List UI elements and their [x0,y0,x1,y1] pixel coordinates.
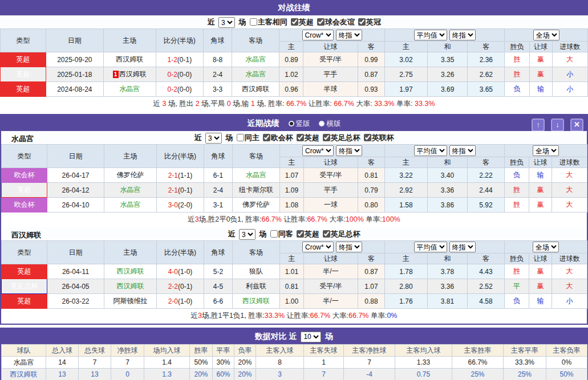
team1-league-checkbox-1[interactable] [323,230,330,238]
team-name: 佛罗伦萨 [242,201,270,209]
corner-count: 2-4 [203,67,232,82]
team0-subheader-0: 主 [280,157,304,168]
away-team: 水晶宫 [233,168,280,183]
h2h-league-checkbox-2[interactable] [358,18,366,26]
h2h-subheader-8: 进球数 [552,42,587,52]
corner-count: 8-8 [203,52,232,67]
compare-value-4: 20% [190,369,213,380]
summary-segment: 单率: [368,312,387,320]
vertical-layout-radio[interactable] [289,121,294,126]
home-team: 水晶宫 [104,183,157,198]
team1-near-label: 近 [228,230,237,238]
h2h-crow-select[interactable]: Crow* [302,30,334,40]
handicap: 平手 [304,183,358,198]
compare-near-select[interactable]: 10 [301,332,321,342]
summary-segment: 场,胜2平0负1, 胜率: [199,215,262,223]
handicap: 平手 [303,67,358,82]
team0-same-checkbox[interactable] [237,134,244,141]
vertical-layout-label[interactable]: 竖版 [296,120,310,128]
move-up-button[interactable]: ↑ [532,119,545,132]
team1-count-select[interactable]: 3 [239,229,256,240]
full-time-score: 4-0 [168,268,178,276]
team0-final1-select[interactable]: 终指 [336,145,362,156]
team0-league-checkbox-0[interactable] [263,134,270,141]
horizontal-layout-radio[interactable] [319,121,325,126]
team1-full-select[interactable]: 全场 [533,242,559,252]
away-odds: 0.81 [358,168,385,183]
compare-table: 球队总入球总失球净胜球场均入球胜率平率负率主客入球主客失球主客净胜球主客均入球主… [1,344,587,380]
team1-same-checkbox[interactable] [270,230,278,238]
team1-league-checkbox-0[interactable] [297,230,304,238]
close-button[interactable]: ✕ [570,119,583,132]
half-time-score: (1-1) [178,171,192,179]
half-time-score: (0-1) [178,186,192,194]
summary-segment: 单率: [395,100,415,108]
team0-final2-select[interactable]: 终指 [449,145,476,156]
compare-value-12: 25% [504,369,546,380]
team0-header-score: 比分(半场) [157,145,204,168]
result-goals: 小 [552,82,587,97]
team1-subheader-5: 客 [468,254,505,264]
team-name: 水晶宫 [245,70,266,78]
team1-team-name: 西汉姆联 [11,230,41,240]
compare-value-9: 7 [344,357,395,369]
team0-league-checkbox-3[interactable] [364,134,371,141]
team0-subheader-6: 胜负 [505,157,529,168]
team0-league-checkbox-2[interactable] [323,134,330,141]
team1-crow-select[interactable]: Crow* [302,242,334,252]
team0-full-select[interactable]: 全场 [533,145,559,156]
team0-league-checkbox-1[interactable] [297,134,304,141]
team0-avg-select[interactable]: 平均值 [414,145,447,156]
h2h-final1-select[interactable]: 终指 [336,30,362,40]
h2h-subheader-5: 客 [468,42,505,52]
full-time-score: 3-0 [168,201,178,209]
team1-final2-select[interactable]: 终指 [449,242,476,252]
result-wdl: 胜 [505,183,529,198]
away-odds: 0.93 [358,82,384,97]
away-odds: 0.80 [358,198,385,213]
home-odds: 1.08 [280,198,304,213]
close-icon: ✕ [574,120,580,129]
horizontal-layout-label[interactable]: 横版 [326,120,340,128]
h2h-count-select[interactable]: 3 [218,17,235,28]
summary-segment: 33.3% [374,100,394,108]
half-time-score: (1-0) [178,297,192,305]
compare-header-3: 净胜球 [111,345,144,357]
team0-crow-select[interactable]: Crow* [302,145,334,156]
summary-segment: 场, 胜出 [166,100,195,108]
h2h-near-label: 近 [207,18,217,26]
avg-home: 3.02 [384,52,427,67]
team1-final1-select[interactable]: 终指 [336,242,362,252]
half-time-score: (0-1) [178,283,192,291]
h2h-same-checkbox[interactable] [250,18,257,26]
compare-games-label: 场 [325,332,333,341]
score-cell: 1-2(0-1) [156,52,203,67]
avg-away: 2.52 [468,279,505,294]
result-handicap: 输 [529,82,552,97]
result-handicap: 输 [529,168,552,183]
home-odds: 1.02 [279,67,303,82]
h2h-final2-select[interactable]: 终指 [449,30,476,40]
h2h-league-checkbox-0[interactable] [291,18,298,26]
result-wdl: 胜 [505,198,529,213]
compare-value-1: 7 [79,357,111,369]
full-time-score: 0-2 [168,71,177,79]
result-wdl: 负 [505,82,529,97]
h2h-full-select[interactable]: 全场 [533,30,559,40]
h2h-subheader-3: 主 [384,42,427,52]
full-time-score: 2-2 [168,283,178,291]
team1-avg-select[interactable]: 平均值 [414,242,447,252]
h2h-league-checkbox-1[interactable] [317,18,325,26]
home-team: 西汉姆联 [103,52,156,67]
section-controls: ↑ ↓ ✕ [528,116,583,132]
team0-count-select[interactable]: 3 [205,133,222,144]
compare-value-3: 1.4 [144,357,190,369]
team1-same-label: 同客 [278,230,293,238]
h2h-subheader-4: 和 [428,42,468,52]
move-down-button[interactable]: ↓ [551,119,564,132]
result-handicap: 赢 [529,52,552,67]
match-row: 英足总杯26-04-05西汉姆联2-2(0-1)4-5利兹联0.81受平/半1.… [2,279,587,294]
result-handicap: 赢 [529,183,552,198]
team1-subheader-4: 和 [428,254,468,264]
h2h-avg-select[interactable]: 平均值 [414,30,447,40]
